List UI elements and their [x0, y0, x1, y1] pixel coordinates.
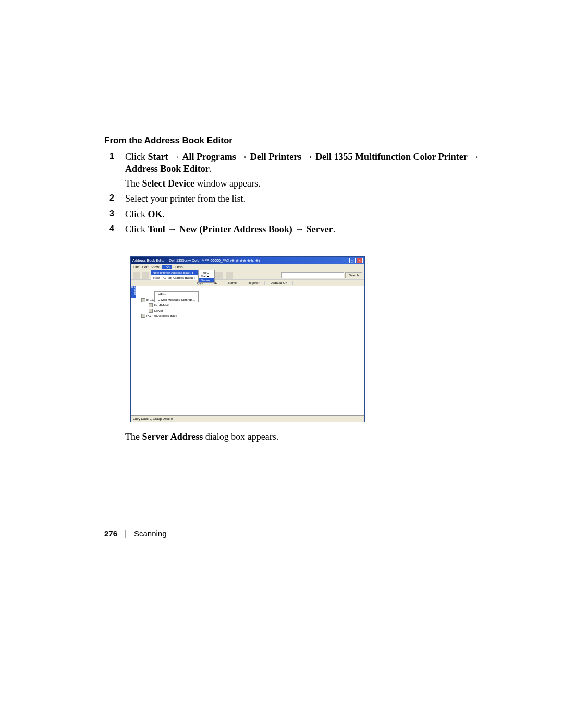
- arrow-icon: →: [167, 224, 177, 235]
- tree-label: Fax/E-Mail: [154, 304, 169, 307]
- toolbar-icon[interactable]: [133, 272, 140, 279]
- footer-section: Scanning: [134, 529, 167, 538]
- screenshot-window: Address Book Editor - Dell 1355cnw Color…: [130, 256, 365, 422]
- detail-pane: [191, 351, 364, 416]
- window-title: Address Book Editor - Dell 1355cnw Color…: [132, 258, 260, 263]
- path: All Programs: [182, 152, 236, 162]
- step1-text: Click Start → All Programs → Dell Printe…: [125, 152, 479, 174]
- arrow-icon: →: [170, 152, 180, 162]
- t: Click: [125, 152, 148, 162]
- arrow-icon: →: [295, 224, 304, 235]
- t: .: [210, 164, 212, 174]
- tree-fax-email[interactable]: Fax/E-Mail: [145, 303, 191, 308]
- t: window appears.: [194, 178, 260, 189]
- t: Click: [125, 209, 148, 219]
- arrow-icon: →: [238, 152, 248, 162]
- menu-tool[interactable]: Tool: [162, 265, 172, 269]
- step-4: Click Tool → New (Printer Address Book) …: [104, 224, 480, 236]
- path: Dell 1355 Multifunction Color Printer: [315, 152, 468, 162]
- t: .: [163, 209, 165, 219]
- page-footer: 276 | Scanning: [104, 529, 167, 538]
- page-number: 276: [104, 529, 117, 538]
- search-button[interactable]: Search: [345, 272, 362, 278]
- statusbar: Entry Data: 0, Group Data: 0: [131, 415, 364, 422]
- maximize-button[interactable]: ▢: [349, 258, 356, 263]
- arrow-icon: →: [304, 152, 313, 162]
- col-register[interactable]: Register: [242, 281, 265, 285]
- tree-tab[interactable]: Address Bo: [131, 286, 136, 298]
- path: Start: [148, 152, 168, 162]
- submenu-fax-email[interactable]: Fax/E-Mail ▸: [199, 270, 214, 278]
- tree-label: Server: [154, 309, 163, 312]
- col-name[interactable]: Name: [223, 281, 242, 285]
- toolbar: New (Printer Address Book) ▸ New (PC Fax…: [131, 270, 364, 280]
- app-body: Address Bo Edit... E-Mail Message Settin…: [131, 286, 364, 415]
- menu-view[interactable]: View: [151, 265, 159, 269]
- menu-file[interactable]: File: [133, 265, 139, 269]
- section-heading: From the Address Book Editor: [104, 135, 480, 146]
- t: Select Device: [142, 178, 194, 189]
- caption-after: The Server Address dialog box appears.: [125, 431, 480, 442]
- t: Click: [125, 224, 148, 235]
- titlebar: Address Book Editor - Dell 1355cnw Color…: [131, 257, 364, 264]
- right-panes: [191, 286, 364, 415]
- step-1: Click Start → All Programs → Dell Printe…: [104, 151, 480, 190]
- t: .: [333, 224, 336, 235]
- folder-icon: [149, 303, 153, 307]
- toolbar-icon[interactable]: [142, 272, 149, 279]
- book-icon[interactable]: [226, 272, 233, 279]
- book-icon: [141, 314, 145, 318]
- context-menu: Edit... E-Mail Message Settings...: [154, 291, 199, 302]
- path: Server: [307, 224, 333, 235]
- step-2: Select your printer from the list.: [104, 193, 480, 205]
- server-icon: [149, 309, 153, 313]
- arrow-icon: →: [470, 152, 479, 162]
- path: Dell Printers: [250, 152, 301, 162]
- tree-server[interactable]: Server: [145, 308, 191, 313]
- minimize-button[interactable]: _: [342, 258, 348, 263]
- step-3: Click OK.: [104, 208, 480, 220]
- path: Tool: [148, 224, 165, 235]
- menu-edit[interactable]: Edit: [142, 265, 148, 269]
- t: The: [125, 431, 142, 442]
- t: Server Address: [142, 431, 203, 442]
- step1-sub: The Select Device window appears.: [125, 178, 480, 190]
- path: New (Printer Address Book): [179, 224, 292, 235]
- close-button[interactable]: ×: [357, 258, 363, 263]
- path: Address Book Editor: [125, 164, 210, 174]
- col-updated[interactable]: Updated On: [265, 281, 292, 285]
- cm-edit[interactable]: Edit...: [155, 292, 198, 296]
- cm-email-settings[interactable]: E-Mail Message Settings...: [155, 298, 198, 302]
- t: OK: [148, 209, 163, 219]
- t: dialog box appears.: [203, 431, 278, 442]
- submenu: Fax/E-Mail ▸ Server...: [198, 270, 215, 283]
- list-pane: [191, 286, 364, 351]
- search-area: Search: [282, 272, 362, 278]
- submenu-server[interactable]: Server...: [199, 278, 214, 282]
- tree-pcfax[interactable]: PC Fax Address Book: [138, 313, 191, 318]
- column-headers: Type ID Name Register Updated On: [131, 280, 364, 286]
- search-input[interactable]: [282, 272, 344, 278]
- footer-divider: |: [125, 529, 127, 538]
- book-icon: [141, 298, 145, 302]
- steps-list: Click Start → All Programs → Dell Printe…: [104, 151, 480, 236]
- tool-dropdown: New (Printer Address Book) ▸ New (PC Fax…: [151, 270, 198, 280]
- menu-item-new-pcfax[interactable]: New (PC Fax Address Book) ▸: [151, 275, 198, 280]
- tree-label: PC Fax Address Book: [146, 314, 177, 317]
- tree-panel: Address Bo Edit... E-Mail Message Settin…: [131, 286, 191, 415]
- menu-item-new-printer[interactable]: New (Printer Address Book) ▸: [151, 270, 198, 275]
- menu-help[interactable]: Help: [175, 265, 182, 269]
- redo-icon[interactable]: [215, 272, 223, 279]
- t: The: [125, 178, 142, 189]
